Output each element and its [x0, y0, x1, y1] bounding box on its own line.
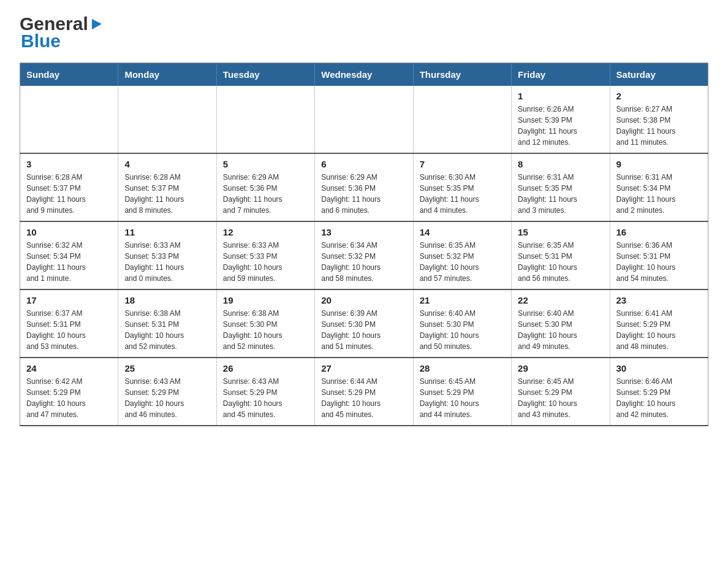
day-info: Sunrise: 6:41 AMSunset: 5:29 PMDaylight:…: [616, 308, 702, 352]
day-info: Sunrise: 6:30 AMSunset: 5:35 PMDaylight:…: [420, 172, 505, 216]
day-number: 19: [223, 295, 308, 305]
day-info: Sunrise: 6:36 AMSunset: 5:31 PMDaylight:…: [616, 240, 702, 284]
calendar-cell: [20, 86, 118, 153]
calendar-cell: 4Sunrise: 6:28 AMSunset: 5:37 PMDaylight…: [118, 153, 216, 221]
day-number: 14: [420, 227, 505, 237]
day-number: 15: [518, 227, 603, 237]
weekday-header-thursday: Thursday: [413, 63, 511, 86]
calendar-cell: 7Sunrise: 6:30 AMSunset: 5:35 PMDaylight…: [413, 153, 511, 221]
calendar-cell: 13Sunrise: 6:34 AMSunset: 5:32 PMDayligh…: [315, 221, 413, 289]
calendar-cell: 22Sunrise: 6:40 AMSunset: 5:30 PMDayligh…: [512, 289, 610, 358]
calendar-cell: 18Sunrise: 6:38 AMSunset: 5:31 PMDayligh…: [118, 289, 216, 358]
calendar-cell: 21Sunrise: 6:40 AMSunset: 5:30 PMDayligh…: [413, 289, 511, 358]
calendar-cell: 8Sunrise: 6:31 AMSunset: 5:35 PMDaylight…: [512, 153, 610, 221]
calendar-cell: 26Sunrise: 6:43 AMSunset: 5:29 PMDayligh…: [216, 358, 314, 426]
day-number: 25: [124, 363, 210, 373]
logo: General Blue: [20, 15, 105, 50]
calendar-cell: [216, 86, 314, 153]
day-number: 28: [420, 363, 505, 373]
weekday-header-saturday: Saturday: [610, 63, 708, 86]
day-number: 7: [420, 159, 505, 169]
day-number: 21: [420, 295, 505, 305]
calendar-cell: 19Sunrise: 6:38 AMSunset: 5:30 PMDayligh…: [216, 289, 314, 358]
day-info: Sunrise: 6:45 AMSunset: 5:29 PMDaylight:…: [420, 376, 505, 420]
day-number: 26: [223, 363, 308, 373]
day-number: 2: [616, 91, 702, 101]
day-info: Sunrise: 6:28 AMSunset: 5:37 PMDaylight:…: [124, 172, 210, 216]
day-number: 8: [518, 159, 603, 169]
day-info: Sunrise: 6:28 AMSunset: 5:37 PMDaylight:…: [26, 172, 112, 216]
day-info: Sunrise: 6:34 AMSunset: 5:32 PMDaylight:…: [321, 240, 406, 284]
svg-marker-0: [92, 19, 102, 29]
day-number: 6: [321, 159, 406, 169]
day-number: 5: [223, 159, 308, 169]
calendar-cell: 15Sunrise: 6:35 AMSunset: 5:31 PMDayligh…: [512, 221, 610, 289]
calendar-cell: 17Sunrise: 6:37 AMSunset: 5:31 PMDayligh…: [20, 289, 118, 358]
calendar-cell: 9Sunrise: 6:31 AMSunset: 5:34 PMDaylight…: [610, 153, 708, 221]
calendar-cell: 12Sunrise: 6:33 AMSunset: 5:33 PMDayligh…: [216, 221, 314, 289]
weekday-header-monday: Monday: [118, 63, 216, 86]
day-info: Sunrise: 6:43 AMSunset: 5:29 PMDaylight:…: [223, 376, 308, 420]
day-info: Sunrise: 6:35 AMSunset: 5:32 PMDaylight:…: [420, 240, 505, 284]
day-number: 24: [26, 363, 112, 373]
logo-blue-text: Blue: [21, 31, 61, 51]
day-info: Sunrise: 6:29 AMSunset: 5:36 PMDaylight:…: [223, 172, 308, 216]
calendar-cell: 20Sunrise: 6:39 AMSunset: 5:30 PMDayligh…: [315, 289, 413, 358]
day-info: Sunrise: 6:35 AMSunset: 5:31 PMDaylight:…: [518, 240, 603, 284]
logo-triangle-icon: [90, 17, 104, 31]
day-number: 30: [616, 363, 702, 373]
weekday-header-sunday: Sunday: [20, 63, 118, 86]
day-number: 18: [124, 295, 210, 305]
calendar-cell: 23Sunrise: 6:41 AMSunset: 5:29 PMDayligh…: [610, 289, 708, 358]
day-number: 27: [321, 363, 406, 373]
day-info: Sunrise: 6:31 AMSunset: 5:34 PMDaylight:…: [616, 172, 702, 216]
day-info: Sunrise: 6:26 AMSunset: 5:39 PMDaylight:…: [518, 104, 603, 148]
day-info: Sunrise: 6:45 AMSunset: 5:29 PMDaylight:…: [518, 376, 603, 420]
day-number: 4: [124, 159, 210, 169]
weekday-header-tuesday: Tuesday: [216, 63, 314, 86]
day-info: Sunrise: 6:27 AMSunset: 5:38 PMDaylight:…: [616, 104, 702, 148]
day-info: Sunrise: 6:38 AMSunset: 5:30 PMDaylight:…: [223, 308, 308, 352]
day-number: 11: [124, 227, 210, 237]
day-info: Sunrise: 6:37 AMSunset: 5:31 PMDaylight:…: [26, 308, 112, 352]
header: General Blue: [20, 15, 708, 50]
day-number: 1: [518, 91, 603, 101]
calendar-cell: 24Sunrise: 6:42 AMSunset: 5:29 PMDayligh…: [20, 358, 118, 426]
day-number: 17: [26, 295, 112, 305]
day-info: Sunrise: 6:33 AMSunset: 5:33 PMDaylight:…: [223, 240, 308, 284]
day-info: Sunrise: 6:46 AMSunset: 5:29 PMDaylight:…: [616, 376, 702, 420]
day-info: Sunrise: 6:44 AMSunset: 5:29 PMDaylight:…: [321, 376, 406, 420]
day-info: Sunrise: 6:33 AMSunset: 5:33 PMDaylight:…: [124, 240, 210, 284]
day-number: 9: [616, 159, 702, 169]
calendar-cell: [118, 86, 216, 153]
calendar-cell: 5Sunrise: 6:29 AMSunset: 5:36 PMDaylight…: [216, 153, 314, 221]
calendar-cell: 11Sunrise: 6:33 AMSunset: 5:33 PMDayligh…: [118, 221, 216, 289]
week-row-1: 1Sunrise: 6:26 AMSunset: 5:39 PMDaylight…: [20, 86, 708, 153]
calendar-cell: 10Sunrise: 6:32 AMSunset: 5:34 PMDayligh…: [20, 221, 118, 289]
week-row-4: 17Sunrise: 6:37 AMSunset: 5:31 PMDayligh…: [20, 289, 708, 358]
day-info: Sunrise: 6:39 AMSunset: 5:30 PMDaylight:…: [321, 308, 406, 352]
week-row-5: 24Sunrise: 6:42 AMSunset: 5:29 PMDayligh…: [20, 358, 708, 426]
day-info: Sunrise: 6:38 AMSunset: 5:31 PMDaylight:…: [124, 308, 210, 352]
weekday-header-row: SundayMondayTuesdayWednesdayThursdayFrid…: [20, 63, 708, 86]
calendar-cell: 6Sunrise: 6:29 AMSunset: 5:36 PMDaylight…: [315, 153, 413, 221]
calendar-cell: 14Sunrise: 6:35 AMSunset: 5:32 PMDayligh…: [413, 221, 511, 289]
calendar-cell: 30Sunrise: 6:46 AMSunset: 5:29 PMDayligh…: [610, 358, 708, 426]
day-number: 16: [616, 227, 702, 237]
day-number: 3: [26, 159, 112, 169]
calendar-cell: 25Sunrise: 6:43 AMSunset: 5:29 PMDayligh…: [118, 358, 216, 426]
day-number: 12: [223, 227, 308, 237]
day-info: Sunrise: 6:43 AMSunset: 5:29 PMDaylight:…: [124, 376, 210, 420]
week-row-2: 3Sunrise: 6:28 AMSunset: 5:37 PMDaylight…: [20, 153, 708, 221]
calendar-table: SundayMondayTuesdayWednesdayThursdayFrid…: [20, 63, 708, 426]
calendar-cell: 3Sunrise: 6:28 AMSunset: 5:37 PMDaylight…: [20, 153, 118, 221]
day-info: Sunrise: 6:42 AMSunset: 5:29 PMDaylight:…: [26, 376, 112, 420]
week-row-3: 10Sunrise: 6:32 AMSunset: 5:34 PMDayligh…: [20, 221, 708, 289]
calendar-cell: 29Sunrise: 6:45 AMSunset: 5:29 PMDayligh…: [512, 358, 610, 426]
day-info: Sunrise: 6:29 AMSunset: 5:36 PMDaylight:…: [321, 172, 406, 216]
calendar-cell: 27Sunrise: 6:44 AMSunset: 5:29 PMDayligh…: [315, 358, 413, 426]
calendar-cell: 28Sunrise: 6:45 AMSunset: 5:29 PMDayligh…: [413, 358, 511, 426]
day-number: 22: [518, 295, 603, 305]
calendar-cell: 2Sunrise: 6:27 AMSunset: 5:38 PMDaylight…: [610, 86, 708, 153]
day-number: 10: [26, 227, 112, 237]
